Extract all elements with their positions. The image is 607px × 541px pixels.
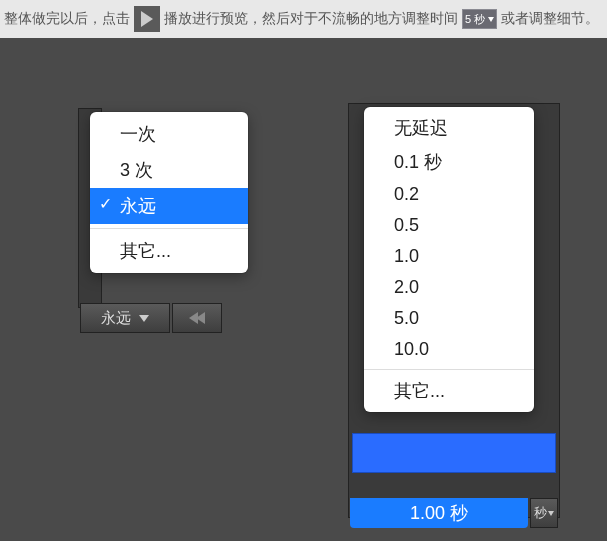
instruction-bar: 整体做完以后，点击 播放进行预览，然后对于不流畅的地方调整时间 5 秒 或者调整… bbox=[0, 0, 607, 38]
loop-option-3times[interactable]: 3 次 bbox=[90, 152, 248, 188]
time-badge[interactable]: 5 秒 bbox=[462, 9, 497, 29]
delay-option-5-0[interactable]: 5.0 bbox=[364, 303, 534, 334]
loop-option-forever[interactable]: 永远 bbox=[90, 188, 248, 224]
delay-option-none[interactable]: 无延迟 bbox=[364, 111, 534, 145]
instruction-text-2: 播放进行预览，然后对于不流畅的地方调整时间 bbox=[164, 10, 458, 28]
rewind-icon bbox=[196, 312, 205, 324]
selected-frame-row[interactable] bbox=[352, 433, 556, 473]
delay-tail-label: 秒 bbox=[534, 504, 547, 522]
instruction-text-3: 或者调整细节。 bbox=[501, 10, 599, 28]
delay-dropdown-tail[interactable]: 秒 bbox=[530, 498, 558, 528]
chevron-down-icon bbox=[488, 17, 494, 22]
canvas-area: 一次 3 次 永远 其它... 永远 无延迟 0.1 秒 0.2 0.5 1.0… bbox=[0, 38, 607, 541]
delay-option-0-2[interactable]: 0.2 bbox=[364, 179, 534, 210]
instruction-text-1: 整体做完以后，点击 bbox=[4, 10, 130, 28]
loop-dropdown-label: 永远 bbox=[101, 309, 131, 328]
delay-option-10-0[interactable]: 10.0 bbox=[364, 334, 534, 365]
loop-menu: 一次 3 次 永远 其它... bbox=[90, 112, 248, 273]
time-badge-label: 5 秒 bbox=[465, 12, 485, 27]
delay-menu: 无延迟 0.1 秒 0.2 0.5 1.0 2.0 5.0 10.0 其它... bbox=[364, 107, 534, 412]
loop-option-once[interactable]: 一次 bbox=[90, 116, 248, 152]
delay-option-2-0[interactable]: 2.0 bbox=[364, 272, 534, 303]
delay-option-0-1[interactable]: 0.1 秒 bbox=[364, 145, 534, 179]
delay-option-0-5[interactable]: 0.5 bbox=[364, 210, 534, 241]
delay-option-other[interactable]: 其它... bbox=[364, 374, 534, 408]
delay-current-display[interactable]: 1.00 秒 bbox=[350, 498, 528, 528]
loop-option-other[interactable]: 其它... bbox=[90, 233, 248, 269]
menu-separator bbox=[90, 228, 248, 229]
rewind-button[interactable] bbox=[172, 303, 222, 333]
chevron-down-icon bbox=[139, 315, 149, 322]
play-button[interactable] bbox=[134, 6, 160, 32]
menu-separator bbox=[364, 369, 534, 370]
loop-dropdown-button[interactable]: 永远 bbox=[80, 303, 170, 333]
play-icon bbox=[141, 11, 153, 27]
chevron-down-icon bbox=[548, 511, 554, 516]
delay-option-1-0[interactable]: 1.0 bbox=[364, 241, 534, 272]
